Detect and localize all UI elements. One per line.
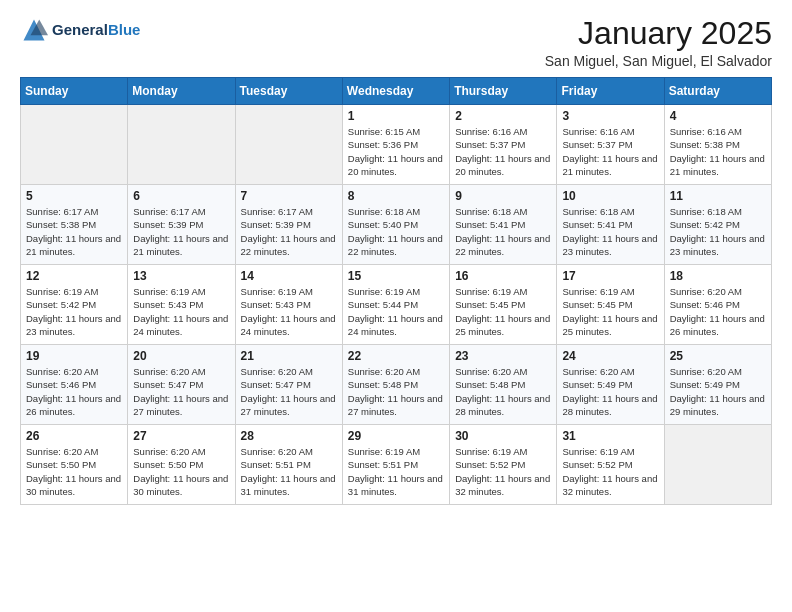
calendar-table: SundayMondayTuesdayWednesdayThursdayFrid… [20, 77, 772, 505]
calendar-cell: 18Sunrise: 6:20 AMSunset: 5:46 PMDayligh… [664, 265, 771, 345]
calendar-cell: 7Sunrise: 6:17 AMSunset: 5:39 PMDaylight… [235, 185, 342, 265]
calendar-cell: 9Sunrise: 6:18 AMSunset: 5:41 PMDaylight… [450, 185, 557, 265]
calendar-cell: 2Sunrise: 6:16 AMSunset: 5:37 PMDaylight… [450, 105, 557, 185]
day-number: 24 [562, 349, 659, 363]
day-number: 25 [670, 349, 767, 363]
calendar-cell: 13Sunrise: 6:19 AMSunset: 5:43 PMDayligh… [128, 265, 235, 345]
calendar-cell: 28Sunrise: 6:20 AMSunset: 5:51 PMDayligh… [235, 425, 342, 505]
day-info: Sunrise: 6:18 AMSunset: 5:41 PMDaylight:… [562, 205, 659, 258]
weekday-header-friday: Friday [557, 78, 664, 105]
calendar-cell [21, 105, 128, 185]
calendar-cell: 4Sunrise: 6:16 AMSunset: 5:38 PMDaylight… [664, 105, 771, 185]
day-info: Sunrise: 6:20 AMSunset: 5:51 PMDaylight:… [241, 445, 338, 498]
day-info: Sunrise: 6:19 AMSunset: 5:43 PMDaylight:… [133, 285, 230, 338]
calendar-cell: 17Sunrise: 6:19 AMSunset: 5:45 PMDayligh… [557, 265, 664, 345]
day-number: 19 [26, 349, 123, 363]
day-info: Sunrise: 6:19 AMSunset: 5:43 PMDaylight:… [241, 285, 338, 338]
calendar-cell: 16Sunrise: 6:19 AMSunset: 5:45 PMDayligh… [450, 265, 557, 345]
day-number: 6 [133, 189, 230, 203]
calendar-cell [128, 105, 235, 185]
day-info: Sunrise: 6:20 AMSunset: 5:48 PMDaylight:… [348, 365, 445, 418]
day-number: 28 [241, 429, 338, 443]
day-info: Sunrise: 6:20 AMSunset: 5:46 PMDaylight:… [26, 365, 123, 418]
title-block: January 2025 San Miguel, San Miguel, El … [545, 16, 772, 69]
day-number: 27 [133, 429, 230, 443]
day-info: Sunrise: 6:20 AMSunset: 5:50 PMDaylight:… [26, 445, 123, 498]
calendar-cell: 3Sunrise: 6:16 AMSunset: 5:37 PMDaylight… [557, 105, 664, 185]
day-info: Sunrise: 6:16 AMSunset: 5:37 PMDaylight:… [562, 125, 659, 178]
day-info: Sunrise: 6:18 AMSunset: 5:41 PMDaylight:… [455, 205, 552, 258]
calendar-title: January 2025 [545, 16, 772, 51]
calendar-cell: 29Sunrise: 6:19 AMSunset: 5:51 PMDayligh… [342, 425, 449, 505]
calendar-cell: 12Sunrise: 6:19 AMSunset: 5:42 PMDayligh… [21, 265, 128, 345]
logo-blue: Blue [108, 21, 141, 38]
day-info: Sunrise: 6:20 AMSunset: 5:50 PMDaylight:… [133, 445, 230, 498]
weekday-header-thursday: Thursday [450, 78, 557, 105]
day-info: Sunrise: 6:20 AMSunset: 5:48 PMDaylight:… [455, 365, 552, 418]
weekday-header-monday: Monday [128, 78, 235, 105]
day-info: Sunrise: 6:18 AMSunset: 5:42 PMDaylight:… [670, 205, 767, 258]
day-number: 9 [455, 189, 552, 203]
day-info: Sunrise: 6:19 AMSunset: 5:52 PMDaylight:… [562, 445, 659, 498]
calendar-cell [235, 105, 342, 185]
logo-general: General [52, 21, 108, 38]
calendar-cell: 27Sunrise: 6:20 AMSunset: 5:50 PMDayligh… [128, 425, 235, 505]
weekday-header-sunday: Sunday [21, 78, 128, 105]
calendar-cell: 1Sunrise: 6:15 AMSunset: 5:36 PMDaylight… [342, 105, 449, 185]
day-number: 17 [562, 269, 659, 283]
calendar-cell: 25Sunrise: 6:20 AMSunset: 5:49 PMDayligh… [664, 345, 771, 425]
day-info: Sunrise: 6:20 AMSunset: 5:46 PMDaylight:… [670, 285, 767, 338]
logo: GeneralBlue [20, 16, 140, 44]
calendar-cell: 31Sunrise: 6:19 AMSunset: 5:52 PMDayligh… [557, 425, 664, 505]
calendar-cell: 10Sunrise: 6:18 AMSunset: 5:41 PMDayligh… [557, 185, 664, 265]
calendar-subtitle: San Miguel, San Miguel, El Salvador [545, 53, 772, 69]
calendar-cell: 22Sunrise: 6:20 AMSunset: 5:48 PMDayligh… [342, 345, 449, 425]
day-info: Sunrise: 6:16 AMSunset: 5:38 PMDaylight:… [670, 125, 767, 178]
calendar-cell: 19Sunrise: 6:20 AMSunset: 5:46 PMDayligh… [21, 345, 128, 425]
weekday-header-tuesday: Tuesday [235, 78, 342, 105]
day-number: 7 [241, 189, 338, 203]
day-number: 21 [241, 349, 338, 363]
day-number: 8 [348, 189, 445, 203]
day-info: Sunrise: 6:19 AMSunset: 5:51 PMDaylight:… [348, 445, 445, 498]
day-number: 22 [348, 349, 445, 363]
calendar-cell: 6Sunrise: 6:17 AMSunset: 5:39 PMDaylight… [128, 185, 235, 265]
calendar-cell: 20Sunrise: 6:20 AMSunset: 5:47 PMDayligh… [128, 345, 235, 425]
day-info: Sunrise: 6:19 AMSunset: 5:45 PMDaylight:… [455, 285, 552, 338]
day-info: Sunrise: 6:19 AMSunset: 5:42 PMDaylight:… [26, 285, 123, 338]
calendar-cell: 14Sunrise: 6:19 AMSunset: 5:43 PMDayligh… [235, 265, 342, 345]
day-info: Sunrise: 6:17 AMSunset: 5:39 PMDaylight:… [241, 205, 338, 258]
day-info: Sunrise: 6:20 AMSunset: 5:49 PMDaylight:… [670, 365, 767, 418]
day-number: 4 [670, 109, 767, 123]
day-info: Sunrise: 6:20 AMSunset: 5:47 PMDaylight:… [133, 365, 230, 418]
day-info: Sunrise: 6:18 AMSunset: 5:40 PMDaylight:… [348, 205, 445, 258]
day-number: 29 [348, 429, 445, 443]
day-info: Sunrise: 6:20 AMSunset: 5:47 PMDaylight:… [241, 365, 338, 418]
day-number: 14 [241, 269, 338, 283]
logo-icon [20, 16, 48, 44]
day-number: 13 [133, 269, 230, 283]
logo-text: GeneralBlue [52, 21, 140, 39]
day-number: 31 [562, 429, 659, 443]
header: GeneralBlue January 2025 San Miguel, San… [20, 16, 772, 69]
calendar-cell: 5Sunrise: 6:17 AMSunset: 5:38 PMDaylight… [21, 185, 128, 265]
day-info: Sunrise: 6:16 AMSunset: 5:37 PMDaylight:… [455, 125, 552, 178]
calendar-cell: 26Sunrise: 6:20 AMSunset: 5:50 PMDayligh… [21, 425, 128, 505]
weekday-header-wednesday: Wednesday [342, 78, 449, 105]
calendar-cell: 11Sunrise: 6:18 AMSunset: 5:42 PMDayligh… [664, 185, 771, 265]
calendar-cell [664, 425, 771, 505]
day-number: 12 [26, 269, 123, 283]
calendar-cell: 24Sunrise: 6:20 AMSunset: 5:49 PMDayligh… [557, 345, 664, 425]
calendar-cell: 30Sunrise: 6:19 AMSunset: 5:52 PMDayligh… [450, 425, 557, 505]
day-info: Sunrise: 6:19 AMSunset: 5:45 PMDaylight:… [562, 285, 659, 338]
calendar-container: GeneralBlue January 2025 San Miguel, San… [0, 0, 792, 521]
day-number: 15 [348, 269, 445, 283]
day-info: Sunrise: 6:19 AMSunset: 5:52 PMDaylight:… [455, 445, 552, 498]
calendar-cell: 21Sunrise: 6:20 AMSunset: 5:47 PMDayligh… [235, 345, 342, 425]
day-info: Sunrise: 6:15 AMSunset: 5:36 PMDaylight:… [348, 125, 445, 178]
day-number: 2 [455, 109, 552, 123]
weekday-header-saturday: Saturday [664, 78, 771, 105]
day-number: 3 [562, 109, 659, 123]
day-info: Sunrise: 6:19 AMSunset: 5:44 PMDaylight:… [348, 285, 445, 338]
calendar-cell: 23Sunrise: 6:20 AMSunset: 5:48 PMDayligh… [450, 345, 557, 425]
